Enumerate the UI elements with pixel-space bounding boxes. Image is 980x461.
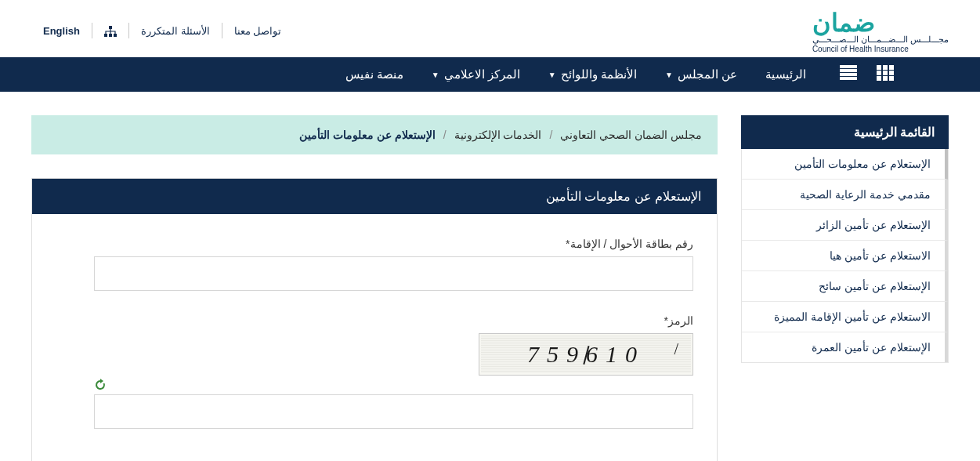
sidebar-item-haya[interactable]: الاستعلام عن تأمين هيا (742, 241, 948, 271)
query-panel: الإستعلام عن معلومات التأمين رقم بطاقة ا… (31, 178, 718, 461)
sidebar-title: القائمة الرئيسية (741, 115, 949, 149)
svg-rect-14 (840, 69, 857, 72)
chevron-down-icon: ▼ (548, 71, 556, 79)
nav-media[interactable]: المركز الاعلامي▼ (418, 57, 534, 92)
separator (128, 23, 129, 38)
sidebar: القائمة الرئيسية الإستعلام عن معلومات ال… (741, 115, 949, 363)
svg-rect-13 (840, 65, 857, 68)
captcha-label: الرمز* (56, 314, 693, 327)
main-content: مجلس الضمان الصحي التعاوني / الخدمات الإ… (31, 115, 718, 461)
nav-regulations[interactable]: الأنظمة واللوائح▼ (534, 57, 651, 92)
refresh-captcha-icon[interactable] (94, 379, 107, 391)
sidebar-item-insurance-info[interactable]: الإستعلام عن معلومات التأمين (742, 149, 948, 180)
nav-nafees[interactable]: منصة نفيس (331, 57, 418, 92)
chevron-down-icon: ▼ (665, 71, 673, 79)
english-link[interactable]: English (31, 25, 92, 37)
svg-rect-4 (877, 65, 881, 70)
sidebar-item-umrah[interactable]: الإستعلام عن تأمين العمرة (742, 332, 948, 362)
id-input[interactable] (94, 256, 693, 291)
svg-rect-12 (889, 76, 894, 81)
svg-rect-0 (109, 26, 112, 29)
svg-rect-7 (877, 71, 881, 75)
brand-logo: ضمان مجـــلـــس الـــضـــمـــان الـــصــ… (781, 8, 949, 53)
svg-rect-1 (104, 34, 107, 37)
sidebar-item-providers[interactable]: مقدمي خدمة الرعاية الصحية (742, 180, 948, 210)
nav-menu: الرئيسية عن المجلس▼ الأنظمة واللوائح▼ ال… (331, 57, 820, 92)
sitemap-icon[interactable] (92, 24, 128, 37)
breadcrumb-current: الإستعلام عن معلومات التأمين (299, 129, 436, 141)
main-nav: الرئيسية عن المجلس▼ الأنظمة واللوائح▼ ال… (0, 57, 980, 92)
sidebar-item-premium-residency[interactable]: الاستعلام عن تأمين الإقامة المميزة (742, 302, 948, 332)
svg-rect-11 (883, 76, 888, 81)
sidebar-item-tourist[interactable]: الإستعلام عن تأمين سائح (742, 271, 948, 302)
chevron-down-icon: ▼ (432, 71, 439, 79)
breadcrumb: مجلس الضمان الصحي التعاوني / الخدمات الإ… (31, 115, 718, 154)
svg-rect-8 (883, 71, 888, 75)
nav-about[interactable]: عن المجلس▼ (651, 57, 751, 92)
breadcrumb-home[interactable]: مجلس الضمان الصحي التعاوني (560, 129, 702, 141)
id-label: رقم بطاقة الأحوال / الإقامة* (56, 238, 693, 250)
sidebar-item-visitor[interactable]: الإستعلام عن تأمين الزائر (742, 210, 948, 241)
logo-main: ضمان (812, 8, 949, 38)
svg-rect-9 (889, 71, 894, 75)
list-icon[interactable] (840, 65, 857, 84)
svg-rect-6 (889, 65, 894, 70)
svg-rect-3 (114, 34, 117, 37)
nav-home[interactable]: الرئيسية (751, 57, 820, 92)
captcha-input[interactable] (94, 394, 693, 429)
grid-icon[interactable] (877, 65, 894, 84)
svg-rect-10 (877, 76, 881, 81)
svg-rect-15 (840, 73, 857, 76)
svg-rect-16 (840, 77, 857, 80)
separator (92, 23, 92, 38)
faq-link[interactable]: الأسئلة المتكررة (129, 25, 222, 37)
breadcrumb-separator: / (443, 129, 447, 141)
panel-title: الإستعلام عن معلومات التأمين (32, 179, 717, 214)
contact-link[interactable]: تواصل معنا (222, 25, 294, 37)
sidebar-list: الإستعلام عن معلومات التأمين مقدمي خدمة … (741, 149, 949, 363)
svg-rect-5 (883, 65, 888, 70)
top-links: تواصل معنا الأسئلة المتكررة English (31, 23, 293, 38)
separator (222, 23, 222, 38)
captcha-image: 759610 / (479, 333, 693, 376)
breadcrumb-services[interactable]: الخدمات الإلكترونية (454, 129, 542, 141)
svg-rect-2 (109, 34, 112, 37)
logo-sub-en: Council of Health Insurance (812, 45, 949, 53)
logo-sub-ar: مجـــلـــس الـــضـــمـــان الـــصـــحـــ… (812, 34, 949, 45)
breadcrumb-separator: / (549, 129, 552, 141)
